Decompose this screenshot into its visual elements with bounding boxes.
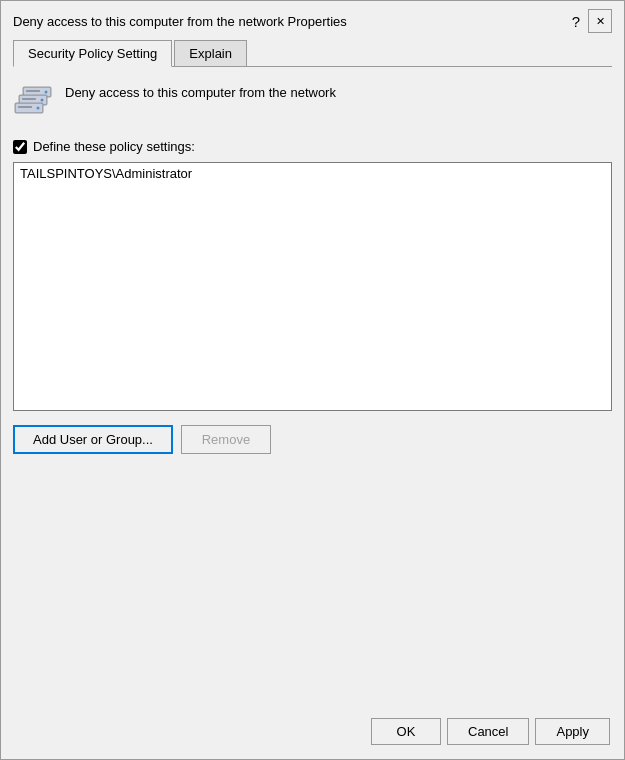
dialog-content: Security Policy Setting Explain (1, 39, 624, 708)
dialog-title: Deny access to this computer from the ne… (13, 14, 347, 29)
svg-point-6 (41, 99, 44, 102)
policy-header: Deny access to this computer from the ne… (13, 81, 612, 123)
title-bar-left: Deny access to this computer from the ne… (13, 14, 347, 29)
security-policy-panel: Deny access to this computer from the ne… (13, 67, 612, 696)
svg-point-10 (37, 107, 40, 110)
close-button[interactable]: ✕ (588, 9, 612, 33)
policy-description: Deny access to this computer from the ne… (65, 85, 612, 100)
define-policy-checkbox[interactable] (13, 140, 27, 154)
remove-button[interactable]: Remove (181, 425, 271, 454)
policy-icon-container (13, 81, 55, 123)
users-listbox[interactable]: TAILSPINTOYS\Administrator (13, 162, 612, 411)
list-item[interactable]: TAILSPINTOYS\Administrator (16, 165, 609, 182)
svg-rect-3 (26, 90, 40, 92)
title-bar: Deny access to this computer from the ne… (1, 1, 624, 39)
define-policy-checkbox-row: Define these policy settings: (13, 139, 612, 154)
bottom-bar: OK Cancel Apply (1, 708, 624, 759)
tab-security-policy-setting[interactable]: Security Policy Setting (13, 40, 172, 67)
svg-point-2 (45, 91, 48, 94)
apply-button[interactable]: Apply (535, 718, 610, 745)
title-bar-controls: ? ✕ (568, 9, 612, 33)
define-policy-label[interactable]: Define these policy settings: (33, 139, 195, 154)
cancel-button[interactable]: Cancel (447, 718, 529, 745)
svg-rect-11 (18, 106, 32, 108)
tabs-bar: Security Policy Setting Explain (13, 39, 612, 67)
tab-explain[interactable]: Explain (174, 40, 247, 67)
svg-rect-7 (22, 98, 36, 100)
action-buttons: Add User or Group... Remove (13, 425, 612, 454)
dialog-window: Deny access to this computer from the ne… (0, 0, 625, 760)
add-user-or-group-button[interactable]: Add User or Group... (13, 425, 173, 454)
server-group-icon (13, 81, 55, 123)
ok-button[interactable]: OK (371, 718, 441, 745)
help-button[interactable]: ? (568, 13, 584, 30)
